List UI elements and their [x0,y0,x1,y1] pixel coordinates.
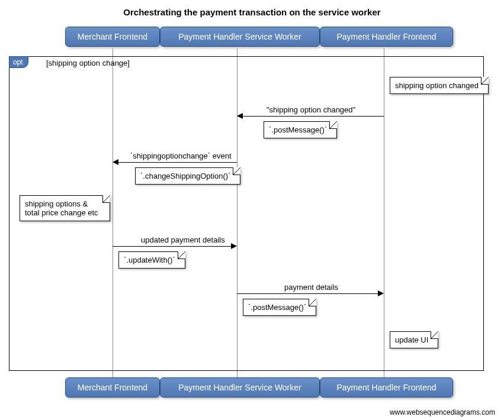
note-postmessage-1: `.postMessage()` [264,121,337,138]
participant-merchant-top: Merchant Frontend [65,27,160,47]
diagram-title: Orchestrating the payment transaction on… [0,7,504,17]
arrow-payment-details [237,293,378,294]
note-shipping-options-price: shipping options & total price change et… [20,195,110,221]
participant-serviceworker-top: Payment Handler Service Worker [160,27,320,47]
participant-phfrontend-top: Payment Handler Frontend [320,27,453,47]
note-text-line2: total price change etc [25,208,98,217]
footer-attribution: www.websequencediagrams.com [390,408,495,416]
arrow-shippingoptionchange [118,162,237,163]
msg-label-payment-details: payment details [284,283,338,292]
arrowhead-shippingoptionchange [113,159,118,165]
note-text-line1: shipping options & [25,199,88,208]
msg-label-updated-payment-details: updated payment details [141,235,225,244]
sequence-diagram: Orchestrating the payment transaction on… [0,0,504,420]
note-update-ui: update UI [390,331,438,348]
participant-serviceworker-bottom: Payment Handler Service Worker [160,377,320,398]
note-updatewith: `.updateWith()` [118,251,185,269]
msg-label-shippingoptionchange: `shippingoptionchange` event [130,151,232,160]
opt-fragment-guard: [shipping option change] [46,59,130,67]
participant-merchant-bottom: Merchant Frontend [65,377,160,398]
arrowhead-payment-details [378,290,384,296]
msg-label-shipping-option-changed: "shipping option changed" [267,105,355,114]
note-change-shipping-option: `.changeShippingOption()` [135,167,240,185]
arrowhead-shipping-option-changed [237,113,243,119]
note-postmessage-2: `.postMessage()` [243,299,316,316]
note-shipping-option-changed: shipping option changed [390,77,489,94]
arrow-updated-payment-details [113,246,231,247]
opt-fragment-label: opt [9,56,28,68]
arrow-shipping-option-changed [243,116,384,117]
participant-phfrontend-bottom: Payment Handler Frontend [320,377,453,398]
arrowhead-updated-payment-details [231,243,237,249]
